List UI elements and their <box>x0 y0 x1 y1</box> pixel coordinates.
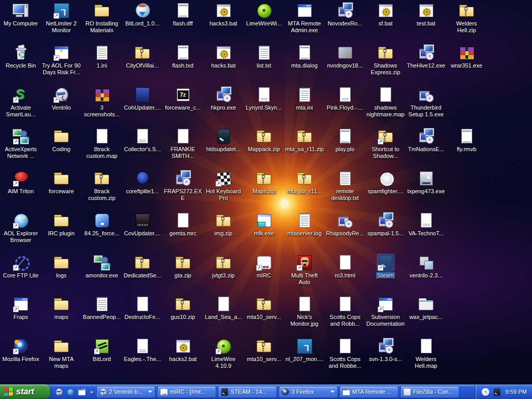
desktop-icon[interactable]: Eagles.-.The... <box>123 338 162 363</box>
desktop-icon[interactable]: ventrilo-2.3... <box>406 254 446 279</box>
desktop-icon[interactable]: Welders Hell.map <box>406 338 446 369</box>
desktop-icon[interactable]: spamfighter.... <box>366 170 405 195</box>
desktop-icon[interactable]: hldsupdatet... <box>204 128 243 153</box>
desktop-icon[interactable]: mfk.exe <box>244 212 284 237</box>
desktop-icon[interactable]: 8track custom.zip <box>82 170 122 202</box>
desktop-icon[interactable]: Try AOL For 90 Days Risk Fr... <box>42 44 81 76</box>
desktop-icon[interactable]: Multi Theft Auto <box>285 254 324 286</box>
desktop-icon[interactable]: svn-1.3.0-s... <box>366 338 405 363</box>
desktop-icon[interactable]: 8track custom.map <box>82 128 122 159</box>
desktop-icon[interactable]: Thunderbird Setup 1.5.exe <box>406 86 446 118</box>
desktop-icon[interactable]: Ventrilo <box>42 86 81 111</box>
desktop-icon[interactable]: New MTA maps <box>42 338 81 369</box>
desktop-icon[interactable]: NovodexRo... <box>325 2 365 27</box>
desktop-icon[interactable]: ro3.html <box>325 254 365 279</box>
ventrilo-quicklaunch[interactable] <box>55 388 63 396</box>
desktop-icon[interactable]: list.txt <box>244 44 284 69</box>
taskbar-button[interactable]: MTA Remote ... <box>340 386 398 398</box>
desktop-icon[interactable]: flash.txd <box>163 44 203 69</box>
desktop-icon[interactable]: CovUpdater.... <box>123 212 162 237</box>
desktop-icon[interactable]: mta_sa_r11.zip <box>285 128 324 153</box>
desktop-icon[interactable]: MTA Remote Admin.exe <box>285 2 324 34</box>
desktop-icon[interactable]: Hot Keyboard Pro <box>204 170 243 202</box>
desktop-icon[interactable]: BitLord_1.0... <box>123 2 162 27</box>
mta-remote-quicklaunch[interactable] <box>77 388 86 396</box>
start-button[interactable]: start <box>0 384 50 399</box>
desktop-icon[interactable]: mta_sa_r11... <box>285 170 324 195</box>
desktop-icon[interactable]: CohUpdater.... <box>123 86 162 111</box>
desktop-icon[interactable]: Lynyrd.Skyn... <box>244 86 284 111</box>
desktop-icon[interactable]: test.bat <box>406 2 446 27</box>
desktop-icon[interactable]: mtaserver.log <box>285 212 324 237</box>
desktop-icon[interactable]: coreftplite1... <box>123 170 162 195</box>
desktop-icon[interactable]: Steam <box>366 254 405 279</box>
desktop-icon[interactable]: RO Installing Materials <box>82 2 122 34</box>
desktop-icon[interactable]: txpeng473.exe <box>406 170 446 195</box>
desktop-icon[interactable]: AOL Explorer Browser <box>1 212 41 244</box>
desktop-icon[interactable]: gus10.zip <box>163 296 203 321</box>
desktop-icon[interactable]: Shadows Express.zip <box>366 44 405 76</box>
desktop-icon[interactable]: mta10_serv... <box>244 338 284 363</box>
desktop[interactable]: My ComputerNetLimiter 2 MonitorRO Instal… <box>0 0 532 384</box>
desktop-icon[interactable]: remote desktop.txt <box>325 170 365 202</box>
desktop-icon[interactable]: BitLord <box>82 338 122 363</box>
taskbar-button[interactable]: STEAM - 14... <box>218 386 277 398</box>
thunderbird-quicklaunch[interactable] <box>66 388 75 396</box>
desktop-icon[interactable]: LimeWire 4.10.9 <box>204 338 243 369</box>
desktop-icon[interactable]: hacks2.bat <box>163 338 203 363</box>
desktop-icon[interactable]: hacks.bat <box>204 44 243 69</box>
desktop-icon[interactable]: flash.dff <box>163 2 203 27</box>
desktop-icon[interactable]: Recycle Bin <box>1 44 41 69</box>
desktop-icon[interactable]: mIRC <box>244 254 284 279</box>
desktop-icon[interactable]: gta.zip <box>163 254 203 279</box>
desktop-icon[interactable]: nvodngov18... <box>325 44 365 69</box>
desktop-icon[interactable]: spampal-1.5... <box>366 212 405 237</box>
quick-launch-overflow-chevron[interactable]: » <box>89 389 95 395</box>
desktop-icon[interactable]: Core FTP Lite <box>1 254 41 279</box>
desktop-icon[interactable]: FRAPS272.EXE <box>163 170 203 202</box>
desktop-icon[interactable]: hkpro.exe <box>204 86 243 111</box>
taskbar-button[interactable]: mIRC - [#mt... <box>157 386 216 398</box>
desktop-icon[interactable]: RhapsodyRe... <box>325 212 365 237</box>
desktop-icon[interactable]: My Computer <box>1 2 41 27</box>
desktop-icon[interactable]: Collector's.S... <box>123 128 162 153</box>
desktop-icon[interactable]: Subversion Documentation <box>366 296 405 327</box>
desktop-icon[interactable]: 1.ini <box>82 44 122 69</box>
tray-collapse-chevron[interactable]: ‹ <box>482 388 489 396</box>
desktop-icon[interactable]: TmNationsE... <box>406 128 446 153</box>
desktop-icon[interactable]: Land_Sea_a... <box>204 296 243 321</box>
desktop-icon[interactable]: ActiveXperts Network ... <box>1 128 41 159</box>
desktop-icon[interactable]: Nick's Monitor.jpg <box>285 296 324 327</box>
desktop-icon[interactable]: Pink.Floyd.-.... <box>325 86 365 111</box>
desktop-icon[interactable]: Maps.zip <box>244 170 284 195</box>
desktop-icon[interactable]: maps <box>42 296 81 321</box>
taskbar-button[interactable]: 3 Firefox <box>279 386 338 398</box>
desktop-icon[interactable]: Mozilla Firefox <box>1 338 41 363</box>
desktop-icon[interactable]: CityOfVillai... <box>123 44 162 69</box>
desktop-icon[interactable]: mta10_serv... <box>244 296 284 321</box>
desktop-icon[interactable]: NetLimiter 2 Monitor <box>42 2 81 34</box>
desktop-icon[interactable]: forceware_c... <box>163 86 203 111</box>
chevron-down-icon[interactable] <box>148 391 152 393</box>
tray-clock[interactable]: 9:59 PM <box>506 389 527 395</box>
desktop-icon[interactable]: Coding <box>42 128 81 153</box>
desktop-icon[interactable]: shadows nightmare.map <box>366 86 405 118</box>
chevron-down-icon[interactable] <box>330 391 335 393</box>
desktop-icon[interactable]: IRC plugin <box>42 212 81 237</box>
desktop-icon[interactable]: AIM Triton <box>1 170 41 195</box>
desktop-icon[interactable]: Mappack.zip <box>244 128 284 153</box>
desktop-icon[interactable]: wrar351.exe <box>447 44 486 69</box>
desktop-icon[interactable]: Fraps <box>1 296 41 321</box>
desktop-icon[interactable]: 3 screenshots... <box>82 86 122 118</box>
desktop-icon[interactable]: wax_jetpac... <box>406 296 446 321</box>
taskbar-button[interactable]: FileZilla - Con... <box>401 386 459 398</box>
desktop-icon[interactable]: sf.bat <box>366 2 405 27</box>
desktop-icon[interactable]: LimeWireWi... <box>244 2 284 27</box>
desktop-icon[interactable]: Scotts Cops and Robbe... <box>325 338 365 369</box>
desktop-icon[interactable]: amonitor.exe <box>82 254 122 279</box>
desktop-icon[interactable]: Welders Hell.zip <box>447 2 486 34</box>
desktop-icon[interactable]: DestructoFe... <box>123 296 162 321</box>
desktop-icon[interactable]: 84.25_force... <box>82 212 122 237</box>
desktop-icon[interactable]: jvtgt3.zip <box>204 254 243 279</box>
desktop-icon[interactable]: BannedPeop... <box>82 296 122 321</box>
